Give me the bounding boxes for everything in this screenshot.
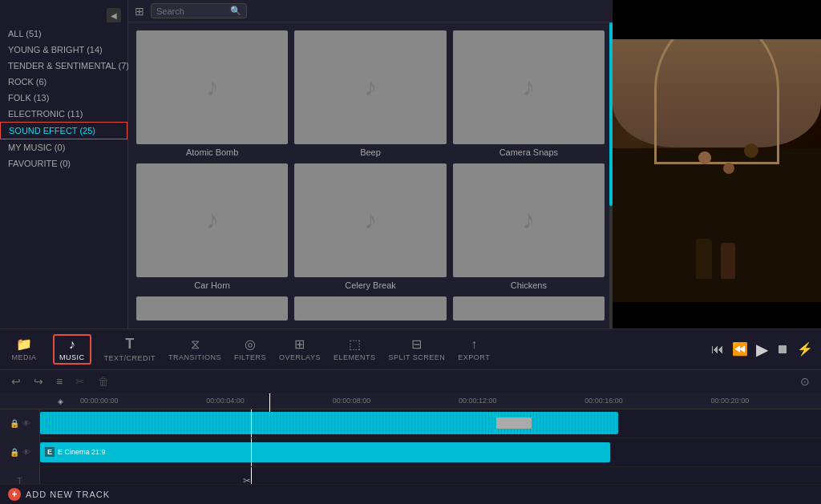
list-button[interactable]: ≡ bbox=[53, 373, 66, 389]
transition-marker bbox=[496, 417, 531, 429]
subtitle-playhead-line bbox=[251, 438, 252, 466]
music-label: MUSIC bbox=[59, 353, 85, 361]
sidebar-item-mymusic[interactable]: MY MUSIC (0) bbox=[0, 139, 127, 155]
speed-button[interactable]: ⚡ bbox=[797, 341, 813, 357]
track-content-subtitle[interactable]: E E Cinema 21:9 bbox=[40, 438, 821, 466]
search-input[interactable] bbox=[156, 6, 230, 16]
main-video-clip[interactable] bbox=[40, 412, 618, 434]
media-cell-extra1[interactable] bbox=[136, 296, 288, 321]
skip-to-start-button[interactable]: ⏮ bbox=[711, 342, 724, 357]
grid-view-icon[interactable]: ⊞ bbox=[135, 5, 144, 18]
media-cell-beep[interactable]: ♪ Beep bbox=[294, 30, 446, 157]
stop-button[interactable]: ⏹ bbox=[776, 342, 789, 357]
media-cell-extra2[interactable] bbox=[294, 296, 446, 321]
scissors-button[interactable]: ✂ bbox=[72, 373, 88, 389]
back-frame-button[interactable]: ⏪ bbox=[732, 341, 748, 357]
chickens-label: Chickens bbox=[511, 280, 547, 290]
track-content-main[interactable] bbox=[40, 409, 821, 437]
sidebar-item-electronic[interactable]: ELECTRONIC (11) bbox=[0, 106, 127, 122]
beep-thumb: ♪ bbox=[294, 30, 446, 144]
overlays-label: OVERLAYS bbox=[279, 353, 321, 361]
timeline-ruler: ◈ 00:00:00:00 00:00:04:00 00:00:08:00 00… bbox=[0, 393, 821, 409]
transitions-icon: ⧖ bbox=[191, 337, 200, 352]
toolbar-media[interactable]: 📁 MEDIA bbox=[8, 337, 40, 361]
track-lock-subtitle-icon[interactable]: 🔒 bbox=[10, 448, 19, 457]
text-icon: T bbox=[125, 336, 134, 353]
track-text: T ✂ bbox=[0, 467, 821, 484]
trash-button[interactable]: 🗑 bbox=[95, 373, 112, 389]
video-preview bbox=[613, 0, 821, 329]
toolbar-music[interactable]: ♪ MUSIC bbox=[53, 334, 91, 365]
sidebar: ◀ ALL (51) YOUNG & BRIGHT (14) TENDER & … bbox=[0, 0, 128, 329]
track-playhead-line bbox=[251, 409, 252, 437]
toolbar-elements[interactable]: ⬚ ELEMENTS bbox=[334, 337, 376, 361]
media-cell-car-horn[interactable]: ♪ Car Horn bbox=[136, 163, 288, 290]
media-cell-celery-break[interactable]: ♪ Celery Break bbox=[294, 163, 446, 290]
track-lock-icon[interactable]: 🔒 bbox=[10, 419, 19, 428]
sidebar-item-folk[interactable]: FOLK (13) bbox=[0, 90, 127, 106]
toolbar-export[interactable]: ↑ EXPORT bbox=[458, 337, 490, 361]
sidebar-back-button[interactable]: ◀ bbox=[107, 8, 121, 22]
camera-snaps-label: Camera Snaps bbox=[499, 147, 558, 157]
toolbar-splitscreen[interactable]: ⊟ SPLIT SCREEN bbox=[388, 337, 445, 361]
sidebar-item-favourite[interactable]: FAVOURITE (0) bbox=[0, 155, 127, 171]
media-area: ⊞ 🔍 ♪ Atomic Bomb ♪ Beep bbox=[128, 0, 613, 329]
celery-break-thumb: ♪ bbox=[294, 163, 446, 277]
add-track-row[interactable]: + ADD NEW TRACK bbox=[0, 484, 821, 504]
media-grid: ♪ Atomic Bomb ♪ Beep ♪ Camera Snaps ♪ C bbox=[128, 22, 613, 329]
sidebar-item-young[interactable]: YOUNG & BRIGHT (14) bbox=[0, 42, 127, 58]
splitscreen-icon: ⊟ bbox=[411, 337, 422, 352]
car-horn-thumb: ♪ bbox=[136, 163, 288, 277]
export-icon: ↑ bbox=[471, 337, 477, 352]
spinner-button[interactable]: ⊙ bbox=[797, 373, 813, 389]
search-box[interactable]: 🔍 bbox=[151, 3, 247, 18]
toolbar-overlays[interactable]: ⊞ OVERLAYS bbox=[279, 337, 321, 361]
track-controls-subtitle: 🔒 👁 bbox=[0, 438, 40, 466]
redo-button[interactable]: ↪ bbox=[30, 373, 47, 389]
track-eye-icon[interactable]: 👁 bbox=[22, 419, 30, 428]
toolbar-text[interactable]: T TEXT/CREDIT bbox=[104, 336, 156, 362]
toolbar-transitions[interactable]: ⧖ TRANSITIONS bbox=[168, 337, 221, 361]
ruler-mark-4: 00:00:16:00 bbox=[584, 397, 623, 405]
play-button[interactable]: ▶ bbox=[756, 340, 768, 359]
extra3-thumb bbox=[453, 296, 605, 321]
camera-snaps-thumb: ♪ bbox=[453, 30, 605, 144]
undo-button[interactable]: ↩ bbox=[8, 373, 24, 389]
filters-icon: ◎ bbox=[245, 337, 256, 352]
track-eye-subtitle-icon[interactable]: 👁 bbox=[22, 448, 30, 457]
subtitle-clip[interactable]: E E Cinema 21:9 bbox=[40, 442, 610, 462]
track-controls-main: 🔒 👁 bbox=[0, 409, 40, 437]
timecode-display: ◈ bbox=[58, 397, 63, 405]
playhead[interactable] bbox=[269, 393, 270, 412]
video-frame bbox=[613, 0, 821, 329]
playhead-handle[interactable] bbox=[266, 393, 273, 395]
toolbar: 📁 MEDIA ♪ MUSIC T TEXT/CREDIT ⧖ TRANSITI… bbox=[0, 329, 821, 369]
track-subtitle: 🔒 👁 E E Cinema 21:9 bbox=[0, 438, 821, 467]
track-content-text[interactable]: ✂ bbox=[40, 467, 821, 484]
text-type-icon: T bbox=[17, 477, 22, 484]
extra1-thumb bbox=[136, 296, 288, 321]
elements-label: ELEMENTS bbox=[334, 353, 376, 361]
atomic-bomb-label: Atomic Bomb bbox=[186, 147, 238, 157]
ruler-mark-3: 00:00:12:00 bbox=[459, 397, 497, 405]
toolbar-filters[interactable]: ◎ FILTERS bbox=[234, 337, 266, 361]
car-horn-label: Car Horn bbox=[194, 280, 230, 290]
elements-icon: ⬚ bbox=[349, 337, 361, 352]
text-label: TEXT/CREDIT bbox=[104, 354, 156, 362]
media-cell-chickens[interactable]: ♪ Chickens bbox=[453, 163, 605, 290]
sidebar-item-rock[interactable]: ROCK (6) bbox=[0, 74, 127, 90]
media-header: ⊞ 🔍 bbox=[128, 0, 613, 22]
sidebar-item-tender[interactable]: TENDER & SENTIMENTAL (7) bbox=[0, 58, 127, 74]
timeline-tracks: 🔒 👁 🔒 👁 bbox=[0, 409, 821, 484]
media-cell-atomic-bomb[interactable]: ♪ Atomic Bomb bbox=[136, 30, 288, 157]
timeline: ◈ 00:00:00:00 00:00:04:00 00:00:08:00 00… bbox=[0, 393, 821, 504]
add-track-label: ADD NEW TRACK bbox=[26, 490, 110, 499]
media-cell-extra3[interactable] bbox=[453, 296, 605, 321]
ruler-mark-5: 00:00:20:00 bbox=[711, 397, 750, 405]
sidebar-item-all[interactable]: ALL (51) bbox=[0, 26, 127, 42]
track-controls-text: T bbox=[0, 467, 40, 484]
media-icon: 📁 bbox=[16, 337, 32, 352]
sidebar-item-sound[interactable]: SOUND EFFECT (25) bbox=[0, 122, 127, 139]
media-cell-camera-snaps[interactable]: ♪ Camera Snaps bbox=[453, 30, 605, 157]
export-label: EXPORT bbox=[458, 353, 490, 361]
